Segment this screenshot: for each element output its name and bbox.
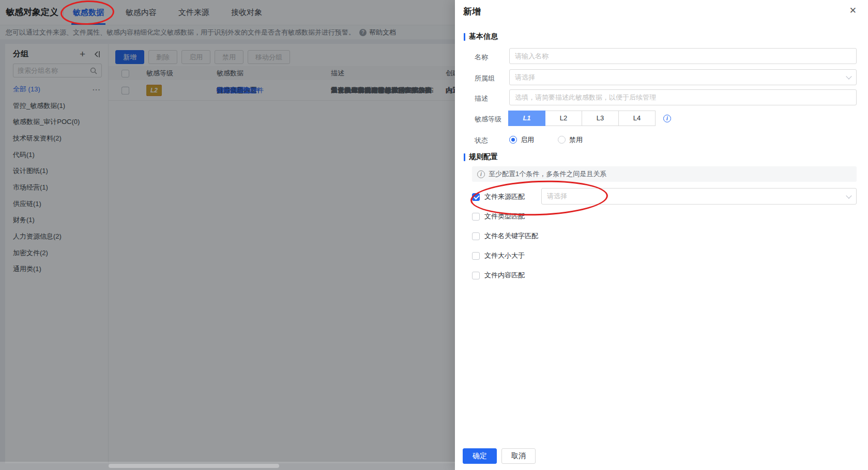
drawer-footer: 确定 取消	[463, 448, 536, 464]
rule-checkbox-文件内容匹配[interactable]	[472, 272, 480, 279]
rule-label-文件名关键字匹配: 文件名关键字匹配	[484, 231, 538, 241]
rule-tip-text: 至少配置1个条件，多条件之间是且关系	[489, 169, 606, 179]
rule-checkbox-文件来源匹配[interactable]	[472, 193, 480, 201]
cancel-button[interactable]: 取消	[501, 448, 536, 464]
level-info-icon[interactable]: i	[663, 115, 671, 122]
rule-label-文件大小大于: 文件大小大于	[484, 251, 525, 260]
horizontal-scrollbar-thumb[interactable]	[109, 464, 279, 468]
drawer-title: 新增	[463, 6, 481, 18]
file-source-select[interactable]: 请选择	[541, 188, 857, 205]
close-icon[interactable]: ✕	[849, 5, 857, 17]
status-label: 状态	[475, 136, 488, 145]
chevron-down-icon	[846, 73, 851, 79]
horizontal-scrollbar[interactable]	[0, 462, 455, 470]
name-placeholder: 请输入名称	[515, 52, 549, 61]
radio-启用[interactable]	[509, 136, 517, 144]
basic-info-section-title: 基本信息	[464, 32, 498, 41]
rule-tip-banner: i 至少配置1个条件，多条件之间是且关系	[472, 166, 857, 182]
rule-checkbox-文件名关键字匹配[interactable]	[472, 232, 480, 240]
add-drawer: 新增 ✕ 基本信息 名称 请输入名称 所属组 请选择 描述 选填，请简要描述此敏…	[455, 0, 868, 470]
group-label: 所属组	[475, 74, 495, 83]
group-select[interactable]: 请选择	[509, 69, 857, 85]
level-button-L1[interactable]: L1	[508, 111, 545, 126]
rule-label-文件来源匹配: 文件来源匹配	[484, 192, 525, 201]
name-field[interactable]: 请输入名称	[509, 48, 857, 64]
rule-checkbox-文件大小大于[interactable]	[472, 252, 480, 260]
desc-label: 描述	[475, 94, 488, 103]
desc-field[interactable]: 选填，请简要描述此敏感数据，以便于后续管理	[509, 89, 857, 105]
rule-row-文件类型匹配: 文件类型匹配	[472, 212, 525, 221]
confirm-button[interactable]: 确定	[463, 448, 497, 464]
rule-checkbox-文件类型匹配[interactable]	[472, 213, 480, 221]
level-button-L4[interactable]: L4	[618, 111, 656, 126]
rule-row-文件内容匹配: 文件内容匹配	[472, 271, 525, 280]
rule-row-文件大小大于: 文件大小大于	[472, 251, 525, 260]
name-label: 名称	[475, 53, 488, 62]
chevron-down-icon	[846, 193, 851, 198]
radio-禁用[interactable]	[558, 136, 566, 144]
status-radio-group: 启用禁用	[509, 135, 583, 145]
level-segmented-control: L1L2L3L4	[508, 111, 656, 126]
level-button-L3[interactable]: L3	[582, 111, 619, 126]
screen: 敏感对象定义 敏感数据敏感内容文件来源接收对象 您可以通过文件来源、文件属性、敏…	[0, 0, 868, 470]
modal-dim-overlay	[0, 0, 455, 470]
level-label: 敏感等级	[475, 115, 501, 124]
radio-label-启用: 启用	[521, 136, 534, 144]
rule-row-文件来源匹配: 文件来源匹配	[472, 192, 525, 201]
rule-label-文件内容匹配: 文件内容匹配	[484, 271, 525, 280]
level-button-L2[interactable]: L2	[545, 111, 582, 126]
status-option-启用[interactable]: 启用	[509, 135, 534, 145]
file-source-select-placeholder: 请选择	[547, 192, 567, 201]
status-option-禁用[interactable]: 禁用	[558, 135, 583, 145]
info-icon: i	[477, 170, 485, 178]
radio-label-禁用: 禁用	[569, 136, 583, 144]
rule-row-文件名关键字匹配: 文件名关键字匹配	[472, 231, 538, 241]
rule-config-section-title: 规则配置	[464, 152, 498, 162]
desc-placeholder: 选填，请简要描述此敏感数据，以便于后续管理	[515, 93, 656, 102]
rule-label-文件类型匹配: 文件类型匹配	[484, 212, 525, 221]
group-placeholder: 请选择	[515, 73, 535, 82]
